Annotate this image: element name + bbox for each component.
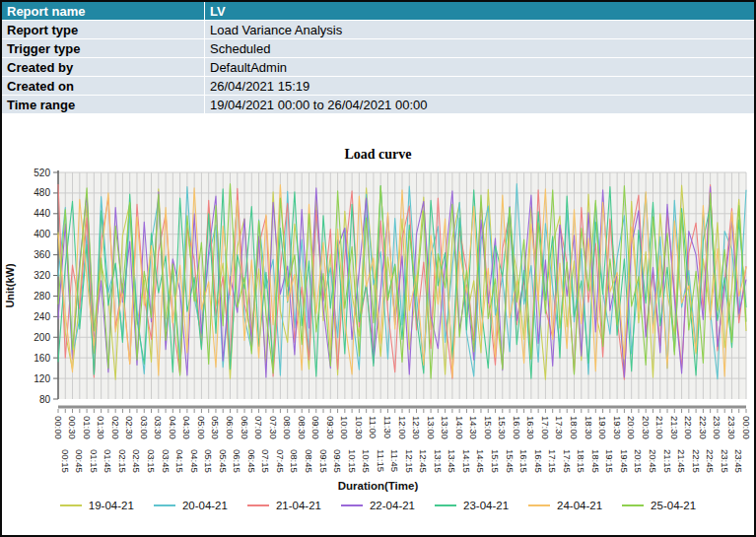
svg-text:09:15: 09:15: [318, 449, 329, 473]
svg-text:06:30: 06:30: [240, 416, 250, 439]
svg-text:03:15: 03:15: [146, 449, 157, 473]
report-meta-table: Report name LV Report type Load Variance…: [2, 2, 754, 114]
svg-text:16:15: 16:15: [518, 449, 529, 473]
svg-text:18:45: 18:45: [590, 449, 601, 473]
svg-text:80: 80: [39, 394, 51, 405]
svg-text:14:30: 14:30: [468, 416, 479, 439]
time-range-value: 19/04/2021 00:00 to 26/04/2021 00:00: [205, 96, 755, 114]
legend-item: 20-04-21: [154, 500, 228, 511]
svg-text:04:30: 04:30: [181, 416, 192, 439]
svg-text:17:45: 17:45: [562, 449, 573, 473]
svg-text:07:30: 07:30: [268, 416, 279, 439]
created-on-label: Created on: [2, 77, 205, 96]
svg-text:00:00: 00:00: [741, 416, 752, 439]
svg-text:11:00: 11:00: [368, 416, 378, 438]
svg-text:16:00: 16:00: [512, 416, 522, 439]
svg-text:09:45: 09:45: [332, 449, 343, 473]
svg-text:200: 200: [34, 332, 50, 343]
svg-text:09:30: 09:30: [325, 416, 336, 439]
svg-text:17:00: 17:00: [540, 416, 551, 439]
table-row: Time range 19/04/2021 00:00 to 26/04/202…: [2, 96, 754, 114]
legend-item: 19-04-21: [60, 500, 134, 511]
svg-text:21:45: 21:45: [676, 449, 687, 473]
svg-text:01:15: 01:15: [89, 449, 100, 473]
chart-legend: 19-04-21 20-04-21 21-04-21 22-04-21 23-0…: [2, 500, 754, 511]
svg-text:06:15: 06:15: [232, 449, 242, 473]
svg-text:05:45: 05:45: [218, 449, 229, 473]
legend-line-swatch: [247, 504, 269, 506]
svg-text:19:45: 19:45: [619, 449, 630, 473]
svg-text:04:45: 04:45: [189, 449, 200, 473]
svg-text:22:15: 22:15: [691, 449, 702, 473]
table-row: Report name LV: [2, 2, 754, 21]
report-type-label: Report type: [2, 21, 205, 39]
legend-item: 24-04-21: [528, 500, 602, 511]
svg-text:18:15: 18:15: [576, 449, 586, 473]
svg-text:20:45: 20:45: [648, 449, 658, 473]
svg-text:23:00: 23:00: [712, 416, 722, 439]
svg-text:08:45: 08:45: [304, 449, 314, 473]
svg-text:01:30: 01:30: [96, 416, 106, 439]
svg-text:07:00: 07:00: [253, 416, 264, 439]
report-type-value: Load Variance Analysis: [205, 21, 755, 39]
svg-text:14:00: 14:00: [454, 416, 465, 439]
svg-text:00:15: 00:15: [60, 449, 71, 473]
svg-text:11:30: 11:30: [382, 416, 393, 438]
svg-text:08:15: 08:15: [289, 449, 300, 473]
svg-text:23:15: 23:15: [720, 449, 730, 473]
svg-text:04:15: 04:15: [174, 449, 185, 473]
created-on-value: 26/04/2021 15:19: [205, 77, 755, 96]
legend-item: 21-04-21: [247, 500, 321, 511]
svg-text:13:15: 13:15: [433, 449, 444, 473]
svg-text:20:30: 20:30: [641, 416, 652, 439]
svg-text:520: 520: [34, 168, 50, 178]
legend-label: 22-04-21: [370, 500, 415, 511]
svg-text:400: 400: [34, 229, 50, 239]
trigger-type-label: Trigger type: [2, 39, 205, 58]
svg-text:09:00: 09:00: [310, 416, 321, 439]
legend-label: 19-04-21: [89, 500, 134, 511]
svg-text:12:00: 12:00: [397, 416, 408, 439]
svg-text:15:45: 15:45: [505, 449, 515, 473]
svg-text:20:00: 20:00: [626, 416, 637, 439]
svg-text:13:30: 13:30: [440, 416, 450, 439]
svg-text:02:15: 02:15: [117, 449, 128, 473]
svg-text:16:45: 16:45: [533, 449, 544, 473]
svg-text:320: 320: [34, 270, 50, 281]
legend-line-swatch: [341, 504, 363, 506]
svg-text:16:30: 16:30: [525, 416, 536, 439]
svg-text:04:00: 04:00: [168, 416, 178, 439]
created-by-label: Created by: [2, 58, 205, 77]
chart-title: Load curve: [2, 147, 754, 163]
svg-text:14:45: 14:45: [475, 449, 486, 473]
svg-text:19:15: 19:15: [604, 449, 615, 473]
report-page: Report name LV Report type Load Variance…: [0, 0, 756, 537]
legend-line-swatch: [435, 504, 456, 506]
legend-label: 24-04-21: [557, 500, 602, 511]
y-axis-title: Unit(kW): [4, 263, 16, 308]
svg-text:00:45: 00:45: [74, 449, 85, 473]
time-range-label: Time range: [2, 96, 205, 114]
svg-text:15:30: 15:30: [497, 416, 508, 439]
svg-text:22:45: 22:45: [705, 449, 716, 473]
svg-text:240: 240: [34, 311, 50, 322]
svg-text:120: 120: [34, 373, 50, 384]
load-curve-chart: 8012016020024028032036040044048052000:00…: [2, 167, 756, 478]
trigger-type-value: Scheduled: [205, 39, 755, 58]
svg-text:23:45: 23:45: [733, 449, 744, 473]
svg-text:00:00: 00:00: [53, 416, 64, 439]
svg-text:01:45: 01:45: [103, 449, 113, 473]
legend-line-swatch: [528, 504, 550, 506]
legend-item: 22-04-21: [341, 500, 415, 511]
svg-text:21:30: 21:30: [669, 416, 680, 439]
legend-label: 20-04-21: [182, 500, 228, 511]
legend-line-swatch: [622, 504, 644, 506]
legend-label: 25-04-21: [651, 500, 696, 511]
svg-text:02:45: 02:45: [131, 449, 142, 473]
svg-text:22:00: 22:00: [683, 416, 694, 439]
svg-text:08:30: 08:30: [297, 416, 308, 439]
svg-text:05:00: 05:00: [196, 416, 207, 439]
svg-text:13:45: 13:45: [447, 449, 457, 473]
legend-line-swatch: [60, 504, 82, 506]
svg-text:07:45: 07:45: [275, 449, 286, 473]
